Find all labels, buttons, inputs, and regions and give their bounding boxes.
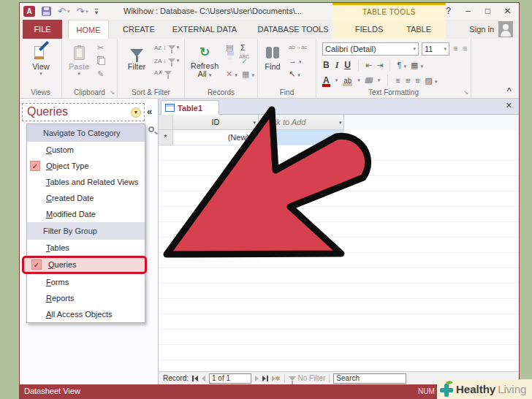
- tab-home[interactable]: HOME: [68, 20, 109, 39]
- document-tab-bar: Table1 ✕: [159, 99, 519, 115]
- menu-item-queries[interactable]: ✓ Queries: [22, 256, 147, 274]
- more-records-icon[interactable]: ▦ ▾: [242, 69, 254, 79]
- menu-item-reports[interactable]: Reports: [27, 290, 145, 306]
- text-formatting-dialog-launcher-icon[interactable]: ↘: [463, 89, 468, 96]
- highlight-button[interactable]: ab: [343, 77, 352, 85]
- gridlines-icon[interactable]: ▦ ▾: [411, 61, 423, 70]
- nav-pane-header[interactable]: Queries ▼: [22, 103, 145, 121]
- paste-button[interactable]: Paste ▾: [66, 43, 92, 77]
- last-record-button[interactable]: [262, 376, 268, 381]
- minimize-button[interactable]: –: [458, 3, 478, 20]
- group-sort-filter: Filter AZ↓ ▾ ZA↓ ▾ A✗ Sort & Filter: [118, 39, 185, 98]
- previous-record-button[interactable]: [202, 376, 205, 381]
- font-color-button[interactable]: A: [322, 75, 330, 86]
- increase-indent-icon[interactable]: ⇥: [376, 61, 383, 70]
- menu-item-modified-date[interactable]: Modified Date: [27, 206, 145, 222]
- view-mode-status[interactable]: Datasheet View: [24, 384, 80, 398]
- menu-item-all-access-objects[interactable]: All Access Objects: [27, 306, 145, 322]
- column-header-id[interactable]: ID ▾: [173, 115, 259, 130]
- delete-icon[interactable]: ✕ ▾: [226, 69, 238, 79]
- menu-item-created-date[interactable]: Created Date: [27, 190, 145, 206]
- tab-table[interactable]: TABLE: [398, 20, 439, 39]
- account-avatar[interactable]: [498, 21, 513, 37]
- record-position-box[interactable]: 1 of 1: [209, 373, 251, 384]
- align-left-icon[interactable]: ≡: [395, 76, 400, 85]
- maximize-button[interactable]: □: [478, 3, 498, 20]
- save-icon[interactable]: [42, 7, 51, 16]
- refresh-all-button[interactable]: ↻ Refresh All ▾: [188, 43, 221, 79]
- text-direction-icon[interactable]: ¶ ▾: [397, 61, 406, 69]
- align-right-icon[interactable]: ≡: [415, 76, 419, 85]
- close-button[interactable]: ✕: [498, 3, 517, 20]
- select-all-corner-cell[interactable]: [159, 115, 173, 130]
- datasheet-body[interactable]: [159, 145, 519, 371]
- redo-caret-icon[interactable]: ▾: [86, 9, 88, 15]
- clipboard-dialog-launcher-icon[interactable]: ↘: [110, 89, 115, 96]
- sign-in-link[interactable]: Sign in: [469, 20, 494, 39]
- redo-icon[interactable]: ↷: [76, 6, 84, 17]
- column-dropdown-icon[interactable]: ▾: [338, 115, 341, 130]
- find-button[interactable]: Find: [261, 43, 284, 71]
- advanced-filter-icon[interactable]: [168, 58, 175, 63]
- filter-selection-icon[interactable]: [168, 45, 175, 50]
- menu-item-forms[interactable]: Forms: [27, 274, 145, 290]
- nav-pane-menu-button[interactable]: ▼: [131, 107, 141, 118]
- numbering-icon[interactable]: ≡: [463, 44, 467, 53]
- menu-item-custom[interactable]: Custom: [27, 142, 145, 158]
- align-center-icon[interactable]: ≡: [406, 76, 410, 85]
- column-dropdown-icon[interactable]: ▾: [253, 115, 256, 130]
- tab-database-tools[interactable]: DATABASE TOOLS: [252, 20, 334, 39]
- view-button[interactable]: View ▾: [26, 43, 56, 77]
- record-search-input[interactable]: Search: [333, 373, 406, 384]
- spelling-icon[interactable]: ABC✓: [239, 55, 249, 64]
- next-record-button[interactable]: [255, 376, 259, 381]
- background-color-icon[interactable]: [365, 77, 373, 83]
- menu-item-tables-related-views[interactable]: Tables and Related Views: [27, 174, 145, 190]
- customize-qat-icon[interactable]: ▾: [95, 9, 99, 15]
- tab-external-data[interactable]: EXTERNAL DATA: [167, 20, 242, 39]
- sort-asc-letters: AZ: [154, 45, 162, 50]
- font-name-combo[interactable]: Calibri (Detail) ▾: [322, 42, 419, 56]
- replace-icon[interactable]: ab→ac: [289, 44, 307, 50]
- totals-icon[interactable]: Σ: [240, 43, 246, 52]
- undo-icon[interactable]: ↶: [58, 6, 66, 17]
- bullets-icon[interactable]: ≡: [453, 44, 457, 53]
- id-new-cell[interactable]: (New): [173, 130, 259, 145]
- search-icon[interactable]: [148, 126, 154, 132]
- shutter-bar-close-icon[interactable]: «: [147, 106, 152, 117]
- tab-file[interactable]: FILE: [23, 20, 62, 39]
- help-button[interactable]: ?: [438, 3, 458, 20]
- first-record-button[interactable]: [192, 376, 198, 381]
- goto-icon[interactable]: → ▾: [289, 56, 302, 65]
- filter-button[interactable]: Filter: [123, 43, 150, 71]
- document-close-icon[interactable]: ✕: [506, 101, 512, 110]
- menu-item-object-type[interactable]: ✓ Object Type: [27, 158, 145, 174]
- no-filter-indicator[interactable]: No Filter: [289, 374, 326, 382]
- menu-item-tables[interactable]: Tables: [27, 240, 145, 256]
- bold-button[interactable]: B: [322, 60, 330, 70]
- sort-ascending-button[interactable]: AZ↓ ▾: [154, 44, 179, 51]
- format-painter-icon[interactable]: ✎: [97, 69, 104, 79]
- cut-icon[interactable]: ✂: [97, 43, 104, 53]
- active-cell[interactable]: [259, 130, 344, 145]
- tab-fields[interactable]: FIELDS: [347, 20, 391, 39]
- sort-descending-button[interactable]: ZA↓ ▾: [154, 57, 179, 64]
- collapse-ribbon-icon[interactable]: ^: [507, 86, 512, 95]
- decrease-indent-icon[interactable]: ⇤: [365, 61, 372, 70]
- group-label-views: Views: [20, 88, 61, 96]
- new-record-button[interactable]: ✱: [272, 375, 281, 382]
- underline-button[interactable]: U: [343, 60, 352, 70]
- toggle-filter-icon[interactable]: [164, 71, 172, 75]
- row-selector-cell[interactable]: *: [159, 130, 173, 145]
- paste-caret-icon: ▾: [66, 71, 92, 77]
- group-label-clipboard: Clipboard: [62, 88, 117, 96]
- font-size-combo[interactable]: 11 ▾: [422, 42, 449, 56]
- remove-sort-button[interactable]: A✗: [154, 70, 172, 75]
- tab-create[interactable]: CREATE: [118, 20, 160, 39]
- italic-button[interactable]: I: [335, 60, 340, 71]
- select-icon[interactable]: ↖ ▾: [289, 69, 300, 79]
- document-tab-table1[interactable]: Table1: [161, 100, 219, 115]
- undo-caret-icon[interactable]: ▾: [67, 9, 70, 15]
- column-header-click-to-add[interactable]: Click to Add ▾: [259, 115, 344, 130]
- alternate-row-color-icon[interactable]: ▨ ▾: [425, 76, 438, 86]
